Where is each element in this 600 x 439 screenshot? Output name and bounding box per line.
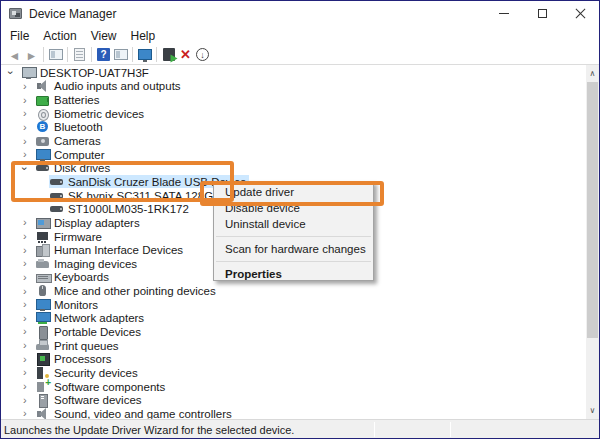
context-menu-item-disable-device[interactable]: Disable device (214, 200, 373, 216)
chevron-down-icon[interactable] (21, 163, 35, 174)
tree-item-label: ST1000LM035-1RK172 (68, 203, 189, 215)
chevron-right-icon[interactable] (21, 381, 35, 392)
tree-item-label: Portable Devices (54, 326, 141, 338)
tree-item-label: Processors (54, 353, 112, 365)
monitor-icon (36, 299, 50, 311)
chevron-right-icon[interactable] (21, 286, 35, 297)
properties-button[interactable] (71, 47, 88, 63)
display-adapter-icon (36, 217, 50, 229)
tree-item-label: Imaging devices (54, 258, 137, 270)
chevron-right-icon[interactable] (21, 367, 35, 378)
chevron-right-icon[interactable] (21, 231, 35, 242)
scroll-down-icon[interactable] (586, 403, 599, 418)
tree-item-bluetooth[interactable]: Bluetooth (1, 121, 599, 135)
tree-item-processors[interactable]: Processors (1, 352, 599, 366)
close-button[interactable] (561, 1, 599, 26)
help-icon: ? (97, 48, 110, 61)
tree-item-label: Human Interface Devices (54, 244, 183, 256)
chevron-right-icon[interactable] (21, 217, 35, 228)
menu-help[interactable]: Help (124, 28, 163, 44)
chevron-down-icon[interactable] (7, 67, 21, 78)
tree-item-print-queues[interactable]: Print queues (1, 339, 599, 353)
tree-item-content: Monitors (35, 298, 101, 311)
tree-item-network-adapters[interactable]: Network adapters (1, 312, 599, 326)
keyboard-icon (36, 271, 50, 283)
tree-item-cameras[interactable]: Cameras (1, 134, 599, 148)
tree-item-batteries[interactable]: Batteries (1, 93, 599, 107)
tree-item-content: Batteries (35, 94, 102, 107)
toolbar-separator (43, 47, 44, 62)
vertical-scrollbar[interactable] (586, 65, 599, 419)
tree-item-label: Sound, video and game controllers (54, 408, 232, 419)
toolbar: ? (1, 45, 599, 64)
processor-icon (36, 353, 50, 365)
tree-item-portable-devices[interactable]: Portable Devices (1, 325, 599, 339)
chevron-right-icon[interactable] (21, 245, 35, 256)
tree-item-content: Bluetooth (35, 121, 106, 134)
tree-item-biometric-devices[interactable]: Biometric devices (1, 107, 599, 121)
help-button[interactable]: ? (95, 47, 112, 63)
status-separator (374, 422, 375, 437)
menu-file[interactable]: File (3, 28, 36, 44)
chevron-right-icon[interactable] (21, 122, 35, 133)
tree-item-disk-drives[interactable]: Disk drives (1, 161, 599, 175)
chevron-right-icon[interactable] (21, 326, 35, 337)
chevron-right-icon[interactable] (21, 354, 35, 365)
chevron-right-icon[interactable] (21, 258, 35, 269)
forward-button[interactable] (23, 47, 40, 63)
chevron-right-icon[interactable] (21, 299, 35, 310)
device-manager-app-icon (9, 8, 22, 19)
back-button[interactable] (6, 47, 23, 63)
show-action-pane-button[interactable] (112, 47, 129, 63)
chevron-right-icon[interactable] (21, 136, 35, 147)
software-device-icon (36, 394, 50, 406)
tree-item-monitors[interactable]: Monitors (1, 298, 599, 312)
context-menu-item-scan-for-hardware-changes[interactable]: Scan for hardware changes (214, 241, 373, 257)
tree-item-software-components[interactable]: Software components (1, 380, 599, 394)
tree-item-label: Security devices (54, 367, 138, 379)
maximize-icon (538, 9, 547, 18)
disable-device-button[interactable] (194, 47, 211, 63)
maximize-button[interactable] (523, 1, 561, 26)
tree-item-content: DESKTOP-UAT7H3F (21, 66, 152, 79)
tree-item-label: Keyboards (54, 271, 109, 283)
computer-icon (22, 67, 36, 79)
status-text: Launches the Update Driver Wizard for th… (4, 424, 294, 436)
show-console-tree-button[interactable] (47, 47, 64, 63)
devices-by-type-button[interactable] (136, 47, 153, 63)
chevron-right-icon[interactable] (21, 313, 35, 324)
tree-item-computer[interactable]: Computer (1, 148, 599, 162)
chevron-right-icon[interactable] (21, 149, 35, 160)
chevron-right-icon[interactable] (21, 395, 35, 406)
camera-icon (36, 135, 50, 147)
chevron-right-icon[interactable] (21, 81, 35, 92)
context-menu-item-properties[interactable]: Properties (214, 266, 373, 282)
tree-item-software-devices[interactable]: Software devices (1, 393, 599, 407)
back-icon (9, 46, 21, 64)
menu-action[interactable]: Action (36, 28, 83, 44)
tree-item-desktop-uat7h3f[interactable]: DESKTOP-UAT7H3F (1, 66, 599, 80)
scroll-up-icon[interactable] (586, 66, 599, 81)
menu-bar: FileActionViewHelp (1, 26, 599, 45)
tree-item-mice-and-other-pointing-devices[interactable]: Mice and other pointing devices (1, 284, 599, 298)
chevron-right-icon[interactable] (21, 95, 35, 106)
tree-item-label: Batteries (54, 94, 99, 106)
context-menu-item-update-driver[interactable]: Update driver (214, 184, 373, 200)
context-menu-item-uninstall-device[interactable]: Uninstall device (214, 216, 373, 232)
tree-item-audio-inputs-and-outputs[interactable]: Audio inputs and outputs (1, 80, 599, 94)
chevron-right-icon[interactable] (21, 408, 35, 419)
scrollbar-thumb[interactable] (587, 82, 598, 338)
tree-item-sound-video-and-game-controllers[interactable]: Sound, video and game controllers (1, 407, 599, 419)
uninstall-device-button[interactable] (177, 47, 194, 63)
chevron-right-icon[interactable] (21, 108, 35, 119)
tree-item-content: Software devices (35, 394, 145, 407)
minimize-button[interactable] (485, 1, 523, 26)
context-menu: Update driverDisable deviceUninstall dev… (213, 181, 374, 281)
menu-view[interactable]: View (84, 28, 124, 44)
scan-hardware-changes-button[interactable] (160, 47, 177, 63)
chevron-right-icon[interactable] (21, 272, 35, 283)
tree-item-security-devices[interactable]: Security devices (1, 366, 599, 380)
software-component-icon (36, 381, 50, 393)
chevron-right-icon[interactable] (21, 340, 35, 351)
tree-item-content: Network adapters (35, 312, 147, 325)
